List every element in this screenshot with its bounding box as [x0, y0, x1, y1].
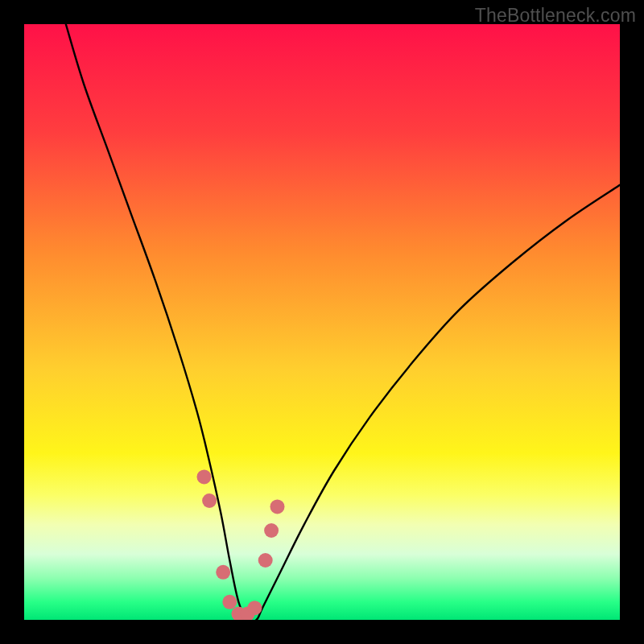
marker-dot	[270, 499, 285, 514]
marker-dot	[258, 553, 273, 568]
bottleneck-curve	[66, 24, 620, 620]
watermark-text: TheBottleneck.com	[475, 5, 636, 27]
marker-dot	[247, 601, 262, 615]
plot-area	[24, 24, 620, 620]
marker-dot	[216, 565, 230, 580]
chart-frame: TheBottleneck.com	[0, 0, 644, 644]
marker-dot	[197, 469, 212, 484]
marker-group	[197, 469, 285, 620]
marker-dot	[222, 595, 237, 609]
marker-dot	[202, 493, 217, 508]
curve-layer	[24, 24, 620, 620]
marker-dot	[264, 523, 279, 538]
